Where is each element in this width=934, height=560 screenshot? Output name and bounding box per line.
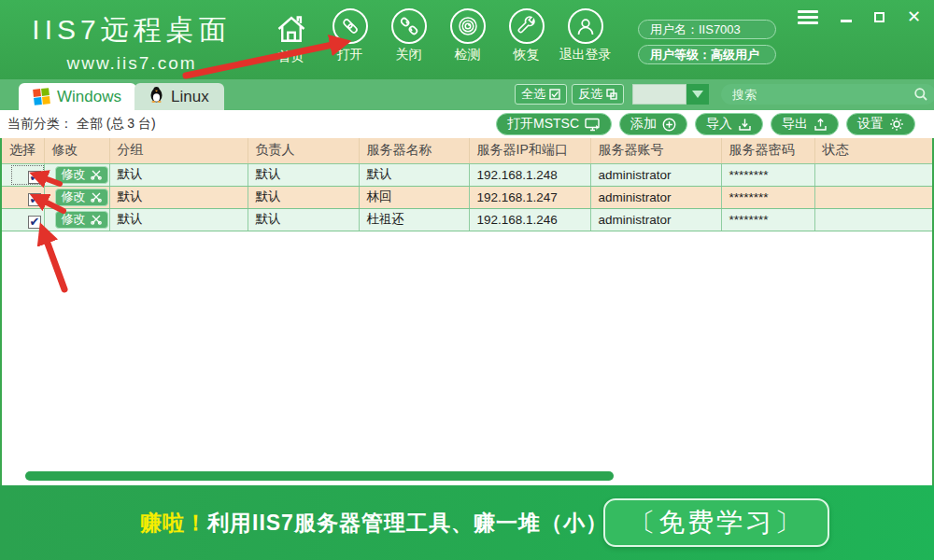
settings-label: 设置	[857, 116, 884, 133]
select-all-label: 全选	[521, 86, 545, 103]
cell-ip: 192.168.1.246	[469, 208, 590, 231]
cell-owner: 默认	[248, 208, 359, 231]
window-controls: ✕	[798, 9, 921, 24]
minimize-icon[interactable]	[841, 9, 852, 24]
import-button[interactable]: 导入	[695, 113, 763, 135]
search-input[interactable]	[721, 88, 934, 102]
open-mstsc-label: 打开MSTSC	[507, 116, 579, 133]
export-button[interactable]: 导出	[771, 113, 839, 135]
gear-icon	[889, 117, 904, 132]
toolbar-detect-label: 检测	[455, 47, 481, 63]
main-toolbar: 首页 打开 关闭	[262, 8, 615, 65]
check-mark: ✔	[30, 215, 40, 229]
tab-linux[interactable]: Linux	[134, 83, 224, 110]
title-bar: IIS7远程桌面 www.iis7.com 首页 打开	[0, 0, 934, 79]
broken-link-icon	[391, 8, 427, 44]
cell-server-name: 默认	[359, 163, 469, 186]
col-group: 分组	[109, 138, 248, 163]
modify-button[interactable]: 修改	[55, 211, 108, 229]
promo-banner: 赚啦！ 利用IIS7服务器管理工具、赚一堆（小） 零花钱 〔免费学习〕	[0, 485, 934, 560]
category-label: 当前分类： 全部 (总 3 台)	[7, 116, 156, 133]
cut-icon	[91, 191, 102, 203]
col-password: 服务器密码	[721, 138, 814, 163]
app-window: IIS7远程桌面 www.iis7.com 首页 打开	[0, 0, 934, 560]
filter-dropdown-value	[632, 84, 686, 105]
toolbar-close-conn[interactable]: 关闭	[379, 8, 438, 65]
menu-icon[interactable]	[798, 9, 818, 24]
toolbar-logout-label: 退出登录	[559, 47, 612, 63]
close-icon[interactable]: ✕	[907, 9, 921, 24]
col-ip-port: 服务器IP和端口	[469, 138, 590, 163]
chevron-down-icon	[686, 84, 709, 105]
cell-owner: 默认	[248, 186, 359, 208]
col-server-name: 服务器名称	[359, 138, 469, 163]
col-owner: 负责人	[248, 138, 359, 163]
cell-account: administrator	[590, 208, 721, 231]
cell-owner: 默认	[248, 163, 359, 186]
toolbar-close-label: 关闭	[396, 47, 422, 63]
user-info: 用户名：IIS7003 用户等级：高级用户	[638, 20, 776, 70]
tab-windows[interactable]: Windows	[19, 83, 136, 110]
add-label: 添加	[630, 116, 657, 133]
home-icon	[272, 8, 311, 46]
settings-button[interactable]: 设置	[846, 113, 915, 135]
toolbar-open-label: 打开	[337, 47, 363, 63]
row-checkbox[interactable]: ✔	[28, 216, 41, 229]
invert-select-button[interactable]: 反选	[572, 84, 624, 105]
monitor-icon	[585, 118, 601, 132]
toolbar-detect[interactable]: 检测	[438, 8, 497, 65]
toolbar-home-label: 首页	[278, 49, 304, 65]
export-icon	[814, 118, 828, 132]
check-mark: ✔	[30, 170, 40, 184]
col-select: 选择	[2, 138, 44, 163]
cell-status	[814, 208, 932, 231]
radar-icon	[450, 8, 486, 44]
cell-status	[814, 163, 932, 186]
modify-label: 修改	[62, 166, 86, 183]
modify-button[interactable]: 修改	[55, 189, 108, 206]
search-icon	[913, 87, 928, 102]
col-modify: 修改	[44, 138, 109, 163]
cell-password: ********	[721, 186, 814, 208]
promo-prefix: 赚啦！	[140, 509, 207, 538]
app-title: IIS7远程桌面	[15, 11, 248, 49]
col-account: 服务器账号	[590, 138, 721, 163]
toolbar-logout[interactable]: 退出登录	[556, 8, 615, 65]
invert-select-icon	[606, 89, 617, 100]
table-row: ✔ 修改 默认 默认 杜祖还 192.168.1.246 a	[2, 208, 932, 231]
select-all-button[interactable]: 全选	[515, 84, 567, 105]
table-row: ✔ 修改 默认 默认 默认 192.168.1.248 ad	[2, 163, 932, 186]
check-mark: ✔	[30, 192, 40, 206]
import-label: 导入	[706, 116, 732, 133]
toolbar-home[interactable]: 首页	[262, 8, 320, 65]
cell-group: 默认	[109, 163, 248, 186]
modify-button[interactable]: 修改	[55, 166, 108, 184]
free-learning-button[interactable]: 〔免费学习〕	[603, 498, 829, 547]
add-button[interactable]: 添加	[619, 113, 687, 135]
row-checkbox[interactable]: ✔	[28, 193, 41, 206]
table-header-row: 选择 修改 分组 负责人 服务器名称 服务器IP和端口 服务器账号 服务器密码 …	[2, 138, 932, 163]
toolbar-open[interactable]: 打开	[320, 8, 379, 65]
checkbox-check-icon	[549, 89, 560, 100]
open-mstsc-button[interactable]: 打开MSTSC	[496, 113, 612, 135]
plus-circle-icon	[662, 118, 676, 132]
cut-icon	[91, 214, 102, 225]
export-label: 导出	[782, 116, 808, 133]
toolbar-restore[interactable]: 恢复	[497, 8, 556, 65]
horizontal-scrollbar[interactable]	[25, 471, 614, 481]
cell-status	[814, 186, 932, 208]
cell-ip: 192.168.1.247	[469, 186, 590, 208]
wrench-icon	[509, 8, 545, 44]
cell-ip: 192.168.1.248	[469, 163, 590, 186]
cell-password: ********	[721, 163, 814, 186]
linux-penguin-icon	[149, 86, 163, 107]
tab-strip: Windows Linux 全选	[0, 79, 934, 110]
maximize-icon[interactable]	[874, 9, 884, 24]
filter-dropdown[interactable]	[632, 84, 709, 105]
cut-icon	[91, 169, 102, 180]
cell-server-name: 杜祖还	[359, 208, 469, 231]
server-table: 选择 修改 分组 负责人 服务器名称 服务器IP和端口 服务器账号 服务器密码 …	[2, 138, 932, 231]
invert-select-label: 反选	[578, 86, 602, 103]
tab-linux-label: Linux	[171, 88, 209, 106]
row-checkbox[interactable]: ✔	[28, 171, 41, 184]
